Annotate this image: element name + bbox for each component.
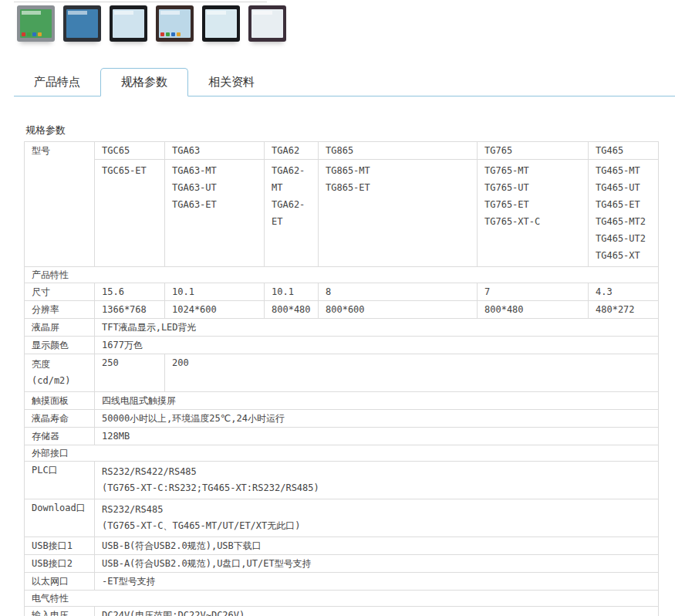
tab-related-docs[interactable]: 相关资料 xyxy=(188,69,275,96)
spec-value-cell: 7 xyxy=(478,283,589,301)
hmi-screen-icon xyxy=(159,9,191,38)
screen-glint xyxy=(114,11,133,15)
spec-label-line: (cd/m2) xyxy=(32,373,87,389)
spec-row-label: 以太网口 xyxy=(25,573,95,591)
spec-value-cell: 800*600 xyxy=(319,301,478,319)
spec-row-label: USB接口2 xyxy=(25,555,95,573)
spec-value-line: RS232/RS485 xyxy=(102,502,651,518)
model-variant: TGA63-ET xyxy=(172,196,257,213)
model-variant: TG465-ET xyxy=(596,196,651,213)
spec-value-cell: 10.1 xyxy=(265,283,319,301)
spec-value-cell: 800*480 xyxy=(478,301,589,319)
product-thumbnail-3[interactable] xyxy=(110,5,147,42)
spec-value-cell: TFT液晶显示,LED背光 xyxy=(95,319,659,337)
model-variant: TG765-XT-C xyxy=(484,213,581,230)
model-name-cell: TGA62 xyxy=(265,142,319,160)
spec-row-label: 存储器 xyxy=(25,428,95,445)
screen-buttons xyxy=(22,32,42,36)
button-dot xyxy=(160,32,164,36)
page-title: 规格参数 xyxy=(25,124,66,137)
top-divider-line xyxy=(14,2,267,2)
spec-row-label: 液晶屏 xyxy=(25,319,95,337)
model-variant: TG765-MT xyxy=(484,162,581,179)
model-variant: TGA62-MT xyxy=(272,162,311,196)
button-dot xyxy=(22,32,25,36)
model-variant: TG465-MT xyxy=(596,162,651,179)
model-name-cell: TGA63 xyxy=(165,142,265,160)
product-thumbnail-5[interactable] xyxy=(202,5,240,42)
screen-glint xyxy=(22,11,41,15)
spec-table: 型号TGC65TGA63TGA62TG865TG765TG465TGC65-ET… xyxy=(24,141,659,616)
spec-row-label: Download口 xyxy=(25,499,95,537)
model-variants-cell: TGA62-MTTGA62-ET xyxy=(265,160,319,267)
product-thumbnail-2[interactable] xyxy=(63,5,101,42)
model-variant: TG465-UT xyxy=(596,179,651,196)
spec-value-cell: 50000小时以上,环境温度25℃,24小时运行 xyxy=(95,410,659,428)
model-variant: TGA63-MT xyxy=(172,162,257,179)
model-variant: TG865-ET xyxy=(326,179,470,196)
spec-row-label: 亮度(cd/m2) xyxy=(25,354,95,392)
spec-value-cell: 四线电阻式触摸屏 xyxy=(95,392,659,410)
model-variant: TG465-UT2 xyxy=(596,230,651,247)
model-variant: TG465-XT xyxy=(596,247,651,264)
model-name-cell: TG765 xyxy=(478,142,589,160)
spec-row-label: PLC口 xyxy=(25,462,95,499)
spec-value-line: (TG765-XT-C、TG465-MT/UT/ET/XT无此口) xyxy=(102,518,651,534)
model-variants-cell: TGC65-ET xyxy=(95,160,165,267)
tab-specs[interactable]: 规格参数 xyxy=(100,68,188,96)
section-row-label: 外部接口 xyxy=(25,445,659,462)
screen-glint xyxy=(68,11,87,15)
spec-value-cell: DC24V(电压范围:DC22V~DC26V) xyxy=(95,607,659,616)
button-dot xyxy=(166,32,170,36)
spec-value-cell: RS232/RS422/RS485(TG765-XT-C:RS232;TG465… xyxy=(95,462,659,499)
model-variants-cell: TG465-MTTG465-UTTG465-ETTG465-MT2TG465-U… xyxy=(589,160,659,267)
model-variant: TGC65-ET xyxy=(102,162,157,179)
spec-row-label: 液晶寿命 xyxy=(25,410,95,428)
hmi-screen-icon xyxy=(66,9,98,38)
screen-glint xyxy=(207,11,226,15)
spec-value-cell: -ET型号支持 xyxy=(95,573,659,591)
spec-value-cell: 800*480 xyxy=(265,301,319,319)
spec-value-cell: 4.3 xyxy=(589,283,659,301)
spec-value-cell: 1366*768 xyxy=(95,301,165,319)
spec-row-label: 尺寸 xyxy=(25,283,95,301)
spec-value-cell: 250 xyxy=(95,354,165,392)
model-variant: TG865-MT xyxy=(326,162,470,179)
model-name-cell: TG465 xyxy=(589,142,659,160)
spec-value-line: RS232/RS422/RS485 xyxy=(102,464,651,480)
product-thumbnail-6[interactable] xyxy=(248,5,286,42)
tab-product-features[interactable]: 产品特点 xyxy=(14,69,100,96)
hmi-screen-icon xyxy=(251,9,283,38)
button-dot xyxy=(27,32,31,36)
spec-row-label: 分辨率 xyxy=(25,301,95,319)
button-dot xyxy=(38,32,42,36)
spec-value-cell: 15.6 xyxy=(95,283,165,301)
model-variant: TGA62-ET xyxy=(272,196,311,230)
hmi-screen-icon xyxy=(113,9,144,38)
spec-value-cell: 480*272 xyxy=(589,301,659,319)
model-variants-cell: TG765-MTTG765-UTTG765-ETTG765-XT-C xyxy=(478,160,589,267)
spec-value-cell: 10.1 xyxy=(165,283,265,301)
spec-row-label: 显示颜色 xyxy=(25,337,95,354)
section-row-label: 电气特性 xyxy=(25,591,659,607)
spec-value-cell: 8 xyxy=(319,283,478,301)
spec-row-label: 输入电压 xyxy=(25,607,95,616)
model-variants-cell: TG865-MTTG865-ET xyxy=(319,160,478,267)
tab-bar: 产品特点规格参数相关资料 xyxy=(14,69,675,96)
section-row-label: 产品特性 xyxy=(25,267,659,283)
spec-row-label: 触摸面板 xyxy=(25,392,95,410)
model-variant: TG765-UT xyxy=(484,179,581,196)
spec-value-cell: USB-B(符合USB2.0规范),USB下载口 xyxy=(95,537,659,555)
product-thumbnail-4[interactable] xyxy=(156,5,194,42)
button-dot xyxy=(171,32,175,36)
spec-label-line: 亮度 xyxy=(32,357,87,373)
model-name-cell: TG865 xyxy=(319,142,478,160)
spec-value-cell: RS232/RS485(TG765-XT-C、TG465-MT/UT/ET/XT… xyxy=(95,499,659,537)
product-thumbnail-strip xyxy=(17,5,286,42)
model-row-label: 型号 xyxy=(25,142,95,267)
spec-value-line: (TG765-XT-C:RS232;TG465-XT:RS232/RS485) xyxy=(102,480,651,496)
model-variant: TG765-ET xyxy=(484,196,581,213)
model-variants-cell: TGA63-MTTGA63-UTTGA63-ET xyxy=(165,160,265,267)
product-thumbnail-1[interactable] xyxy=(17,5,55,42)
model-variant: TGA63-UT xyxy=(172,179,257,196)
